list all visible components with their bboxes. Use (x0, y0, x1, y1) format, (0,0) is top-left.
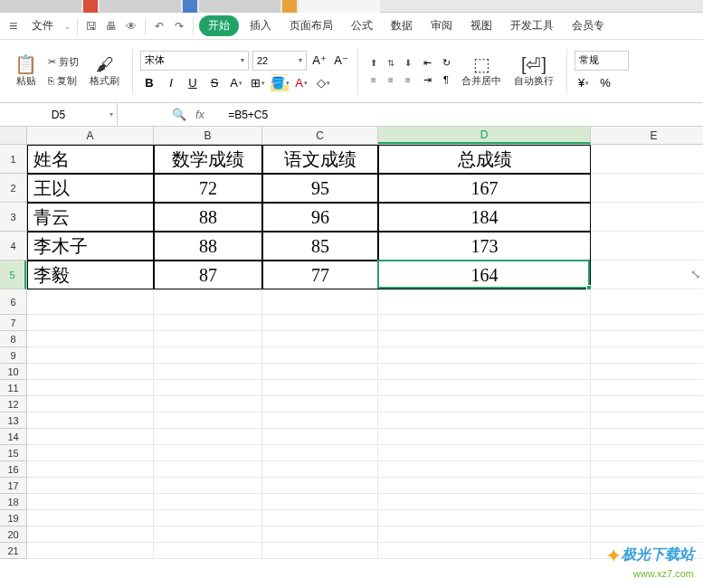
cell[interactable] (154, 429, 262, 445)
tab-insert[interactable]: 插入 (242, 14, 279, 37)
cell[interactable] (591, 494, 703, 510)
cell[interactable] (591, 429, 703, 445)
cell[interactable] (378, 347, 591, 364)
cell[interactable] (27, 461, 154, 478)
data-cell[interactable]: 语文成绩 (262, 145, 378, 174)
tab-view[interactable]: 视图 (463, 14, 499, 37)
row-header-20[interactable]: 20 (0, 526, 26, 543)
chevron-down-icon[interactable]: ▾ (109, 110, 113, 119)
cell[interactable] (591, 315, 703, 331)
cell[interactable] (154, 445, 262, 461)
row-header-21[interactable]: 21 (0, 543, 26, 559)
spreadsheet-grid[interactable]: ABCDE 123456789101112131415161718192021 … (0, 127, 703, 588)
data-cell[interactable]: 姓名 (27, 145, 154, 174)
column-header-A[interactable]: A (27, 127, 154, 144)
row-header-4[interactable]: 4 (0, 232, 26, 261)
window-tab[interactable] (199, 0, 280, 13)
cell[interactable] (154, 510, 262, 526)
decrease-indent-icon[interactable]: ⇤ (419, 54, 435, 71)
print-icon[interactable]: 🖶 (103, 18, 119, 34)
preview-icon[interactable]: 👁 (123, 18, 139, 34)
cell[interactable] (591, 145, 703, 174)
data-cell[interactable]: 88 (154, 203, 262, 232)
underline-button[interactable]: U (184, 74, 202, 92)
cell[interactable] (154, 494, 262, 510)
cell[interactable] (27, 289, 154, 315)
column-header-C[interactable]: C (262, 127, 378, 144)
window-tab[interactable] (100, 0, 181, 13)
cell[interactable] (27, 543, 154, 559)
paste-button[interactable]: 📋 粘贴 (9, 52, 43, 90)
data-cell[interactable]: 李毅 (27, 261, 154, 289)
cell[interactable] (154, 543, 262, 559)
fx-icon[interactable]: fx (195, 108, 204, 121)
row-header-12[interactable]: 12 (0, 396, 26, 413)
percent-button[interactable]: % (596, 74, 614, 92)
cell[interactable] (262, 526, 378, 543)
copy-button[interactable]: ⎘复制 (44, 72, 82, 90)
row-header-3[interactable]: 3 (0, 203, 26, 232)
cell[interactable] (262, 494, 378, 510)
cell[interactable] (154, 526, 262, 543)
wrap-text-button[interactable]: [⏎] 自动换行 (508, 52, 559, 90)
align-left-icon[interactable]: ≡ (366, 71, 382, 88)
rtl-icon[interactable]: ¶ (438, 71, 454, 88)
cell[interactable] (154, 396, 262, 413)
data-cell[interactable]: 88 (154, 232, 262, 261)
row-header-17[interactable]: 17 (0, 478, 26, 494)
cell[interactable] (154, 461, 262, 478)
cell[interactable] (27, 413, 154, 429)
cell[interactable] (262, 289, 378, 315)
cell[interactable] (378, 510, 591, 526)
fill-color-button[interactable]: 🪣 (271, 74, 289, 92)
cell[interactable] (154, 347, 262, 364)
align-center-icon[interactable]: ≡ (383, 71, 399, 88)
cell[interactable] (262, 331, 378, 347)
increase-font-icon[interactable]: A⁺ (310, 52, 328, 70)
cell[interactable] (591, 380, 703, 396)
data-cell[interactable]: 72 (154, 174, 262, 203)
cell[interactable] (591, 331, 703, 347)
tab-page-layout[interactable]: 页面布局 (282, 14, 340, 37)
data-cell[interactable]: 95 (262, 174, 378, 203)
hamburger-icon[interactable]: ≡ (9, 18, 17, 34)
align-middle-icon[interactable]: ⇅ (383, 54, 399, 71)
font-color-button[interactable]: A (292, 74, 310, 92)
cell[interactable] (591, 478, 703, 494)
cell[interactable] (27, 315, 154, 331)
cell[interactable] (154, 315, 262, 331)
cell[interactable] (27, 510, 154, 526)
cell[interactable] (27, 445, 154, 461)
cell[interactable] (378, 315, 591, 331)
cell[interactable] (378, 461, 591, 478)
cell[interactable] (154, 331, 262, 347)
cell[interactable] (27, 494, 154, 510)
name-box-input[interactable] (0, 109, 117, 121)
cell[interactable] (262, 478, 378, 494)
italic-button[interactable]: I (162, 74, 180, 92)
cell[interactable] (154, 380, 262, 396)
row-header-19[interactable]: 19 (0, 510, 26, 526)
cell[interactable] (591, 461, 703, 478)
data-cell[interactable]: 77 (262, 261, 378, 289)
cell[interactable] (378, 429, 591, 445)
select-all-corner[interactable] (0, 127, 27, 145)
cell[interactable] (591, 261, 703, 289)
align-right-icon[interactable]: ≡ (400, 71, 416, 88)
decrease-font-icon[interactable]: A⁻ (332, 52, 350, 70)
formula-input[interactable] (223, 109, 703, 121)
currency-button[interactable]: ¥ (575, 74, 593, 92)
row-header-11[interactable]: 11 (0, 380, 26, 396)
cell[interactable] (27, 331, 154, 347)
data-cell[interactable]: 87 (154, 261, 262, 289)
cell[interactable] (27, 380, 154, 396)
phonetic-button[interactable]: ◇ (314, 74, 332, 92)
cell[interactable] (378, 289, 591, 315)
cell[interactable] (378, 331, 591, 347)
cell[interactable] (378, 364, 591, 380)
row-header-15[interactable]: 15 (0, 445, 26, 461)
cell[interactable] (378, 543, 591, 559)
row-header-18[interactable]: 18 (0, 494, 26, 510)
window-tab-orange-icon[interactable] (282, 0, 297, 13)
cell[interactable] (262, 543, 378, 559)
